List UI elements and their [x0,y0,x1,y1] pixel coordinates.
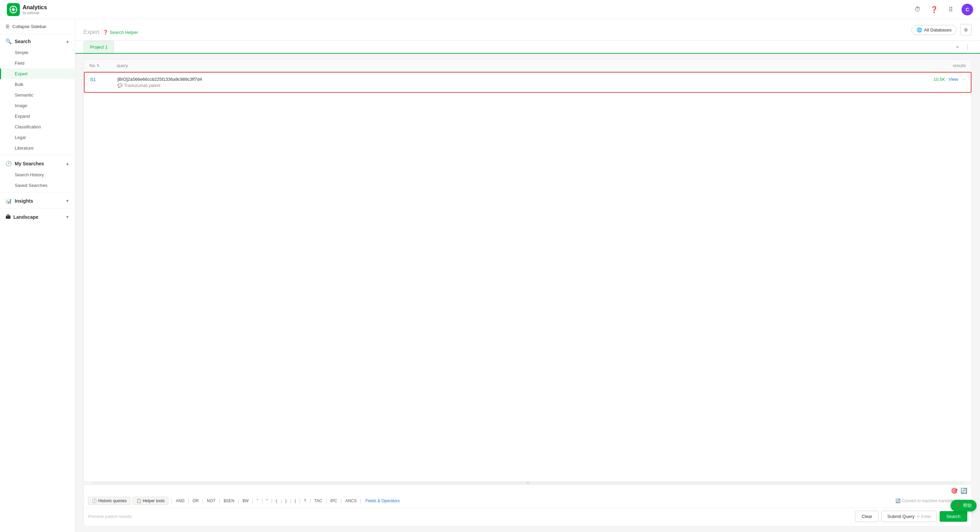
clock-icon: 🕐 [92,499,97,503]
my-searches-chevron-icon: ▲ [65,161,70,166]
submit-query-label: Submit Query [887,514,914,519]
app-logo-icon [7,3,20,16]
user-avatar[interactable]: C [961,4,973,16]
sidebar-section-my-searches[interactable]: 🕐 My Searches ▲ [0,156,75,170]
sidebar-divider-2 [0,192,75,192]
result-more-btn[interactable]: ··· [961,77,965,82]
historic-queries-btn[interactable]: 🕐 Historic queries [88,497,130,505]
target-icon-btn[interactable]: 🎯 [951,488,958,494]
op-quote2[interactable]: " [266,499,269,503]
more-tabs-btn[interactable]: ⋮ [964,42,972,52]
sidebar-item-literature[interactable]: Literature [0,143,75,153]
sidebar-item-classification[interactable]: Classification [0,122,75,132]
tab-project1[interactable]: Project 1 [84,41,114,53]
sidebar-item-simple[interactable]: Simple [0,47,75,58]
sidebar-item-field[interactable]: Field [0,58,75,68]
page-header: Expert ❓ Search Helper 🌐 All Databases ⚙ [75,19,980,41]
gear-icon: ⚙ [964,27,968,33]
page-title: Expert [84,29,99,35]
sidebar-item-bulk[interactable]: Bulk [0,79,75,90]
main-layout: ☰ Collapse Sidebar 🔍 Search ▲ Simple Fie… [0,19,980,532]
op-ipc[interactable]: IPC [330,499,338,503]
sep13: | [325,498,328,503]
op-ancs[interactable]: ANCS [344,499,357,503]
help-icon-btn[interactable]: ❓ [929,4,940,15]
sidebar-section-search[interactable]: 🔍 Search ▲ [0,34,75,47]
refresh-icon-btn[interactable]: 🔄 [961,488,967,494]
op-pipe[interactable]: | [294,499,296,503]
helper-tools-btn[interactable]: 📋 Helper tools [132,497,169,505]
tabs-bar: Project 1 ＋ ⋮ [75,41,980,54]
sep10: | [290,498,292,503]
helper-tools-label: Helper tools [143,499,165,503]
sidebar-section-landscape[interactable]: 🏔 Landscape ▼ [0,210,75,222]
op-sen[interactable]: $SEN [223,499,235,503]
all-databases-label: All Databases [924,27,951,33]
hamburger-icon: ☰ [5,24,10,29]
search-btn[interactable]: Search [940,511,967,522]
sep7: | [261,498,264,503]
sidebar-item-expert[interactable]: Expert [0,68,75,79]
result-no: S1 [90,77,118,82]
sidebar-insights-title: 📊 Insights [5,198,33,204]
sidebar-item-expand[interactable]: Expand [0,111,75,122]
page-title-area: Expert ❓ Search Helper [84,29,138,35]
fields-operators-link[interactable]: Fields & Operators [365,499,399,503]
sidebar-item-legal[interactable]: Legal [0,132,75,143]
sep2: | [187,498,190,503]
help-circle-icon: ❓ [955,503,961,508]
sidebar-my-searches-label: My Searches [15,161,44,167]
op-quote1[interactable]: " [256,499,259,503]
results-table: No ⇅ query results S1 [BIO]2a566e66ccb22… [84,59,972,482]
result-results: 10.5K View ··· [910,77,965,88]
search-helper-link[interactable]: ❓ Search Helper [103,30,138,35]
query-editor: 🎯 🔄 🕐 Historic queries 📋 Helper tools | … [84,484,972,527]
page-header-actions: 🌐 All Databases ⚙ [912,24,972,40]
table-row[interactable]: S1 [BIO]2a566e66ccb225f1336a9c989c3ff7d4… [84,72,971,93]
sidebar-insights-label: Insights [15,198,33,204]
submit-query-shortcut: ↵ Enter [916,514,931,519]
clear-btn[interactable]: Clear [855,511,879,522]
timer-icon-btn[interactable]: ⏱ [912,4,923,15]
op-or[interactable]: OR [192,499,199,503]
sidebar-item-semantic[interactable]: Semantic [0,90,75,100]
submit-query-btn[interactable]: Submit Query ↵ Enter [881,511,937,522]
add-tab-btn[interactable]: ＋ [953,42,961,52]
tab-project1-label: Project 1 [90,44,108,50]
drag-handle[interactable]: ⠿ [92,482,964,484]
op-rparen[interactable]: ) [285,499,287,503]
op-and[interactable]: AND [175,499,185,503]
sidebar-item-saved-searches[interactable]: Saved Searches [0,180,75,191]
collapse-sidebar-label: Collapse Sidebar [12,24,46,29]
sidebar: ☰ Collapse Sidebar 🔍 Search ▲ Simple Fie… [0,19,75,532]
sidebar-divider-3 [0,208,75,208]
query-editor-icons: 🎯 🔄 [84,485,971,494]
op-w[interactable]: $W [242,499,249,503]
sidebar-item-search-history[interactable]: Search History [0,170,75,180]
collapse-sidebar-btn[interactable]: ☰ Collapse Sidebar [0,19,75,34]
sidebar-item-image[interactable]: Image [0,100,75,111]
sep4: | [218,498,221,503]
all-databases-btn[interactable]: 🌐 All Databases [912,25,957,35]
sidebar-section-insights[interactable]: 📊 Insights ▼ [0,194,75,207]
logo-area: Analytics by patsnap [7,3,47,16]
op-not[interactable]: NOT [206,499,216,503]
view-results-link[interactable]: View [948,77,958,82]
settings-gear-btn[interactable]: ⚙ [960,24,972,36]
apps-icon-btn[interactable]: ⠿ [945,4,956,15]
sidebar-search-title: 🔍 Search [5,38,31,44]
search-helper-icon: ❓ [103,30,108,35]
insights-icon: 📊 [5,198,12,204]
col-header-results: results [911,63,966,68]
search-section-icon: 🔍 [5,38,12,44]
op-question[interactable]: ? [303,499,307,503]
sidebar-search-label: Search [15,39,31,44]
op-tac[interactable]: TAC [313,499,323,503]
app-name: Analytics [22,4,47,11]
query-actions: Clear Submit Query ↵ Enter Search [855,511,967,522]
floating-help-btn[interactable]: ❓ 帮助 [951,500,977,511]
result-query-comment: 💬 Trastuzumab patent [118,83,910,88]
insights-chevron-icon: ▼ [65,199,70,203]
results-table-header: No ⇅ query results [84,60,971,72]
op-lparen[interactable]: ( [275,499,278,503]
